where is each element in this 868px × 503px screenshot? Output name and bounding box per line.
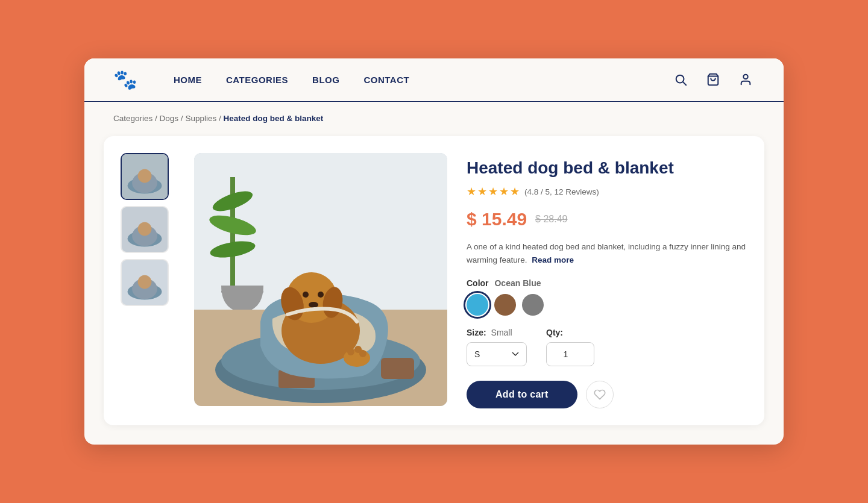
rating-text: (4.8 / 5, 12 Reviews)	[524, 187, 599, 196]
options-row: Size: Small S M L XL Qty:	[467, 328, 747, 366]
swatch-ocean-blue[interactable]	[467, 294, 488, 316]
heart-icon	[594, 389, 606, 401]
swatch-brown[interactable]	[494, 294, 516, 316]
cart-icon	[706, 73, 720, 86]
svg-point-35	[347, 348, 354, 355]
color-selected-name: Ocean Blue	[494, 278, 541, 288]
qty-label: Qty:	[546, 328, 594, 337]
thumb-img-1	[122, 154, 168, 199]
svg-point-3	[743, 75, 747, 79]
nav-blog[interactable]: BLOG	[312, 75, 339, 85]
price-original: $ 28.49	[535, 214, 567, 225]
wishlist-button[interactable]	[586, 381, 614, 408]
nav-icons	[671, 70, 755, 89]
add-to-cart-button[interactable]: Add to cart	[467, 381, 577, 408]
price-current: $ 15.49	[467, 209, 527, 230]
breadcrumb-dogs[interactable]: Dogs	[160, 114, 179, 123]
size-label: Size: Small	[467, 328, 527, 337]
color-label: Color Ocean Blue	[467, 278, 747, 288]
star-2: ★	[477, 185, 487, 198]
qty-input[interactable]	[546, 342, 594, 366]
nav-home[interactable]: HOME	[174, 75, 202, 85]
swatch-gray[interactable]	[522, 294, 544, 316]
thumb-img-2	[122, 207, 168, 252]
nav-links: HOME CATEGORIES BLOG CONTACT	[174, 75, 671, 85]
size-option-group: Size: Small S M L XL	[467, 328, 527, 366]
product-description: A one of a kind heated dog bed and blank…	[467, 240, 747, 266]
svg-point-37	[359, 350, 366, 357]
navbar: 🐾 HOME CATEGORIES BLOG CONTACT	[84, 58, 784, 102]
star-3: ★	[488, 185, 498, 198]
svg-point-31	[303, 292, 309, 298]
breadcrumb-bar: Categories / Dogs / Supplies / Heated do…	[84, 102, 784, 129]
star-rating: ★ ★ ★ ★ ★	[467, 185, 520, 198]
color-section: Color Ocean Blue	[467, 278, 747, 316]
svg-line-1	[683, 82, 686, 85]
nav-contact[interactable]: CONTACT	[363, 75, 409, 85]
price-row: $ 15.49 $ 28.49	[467, 209, 747, 230]
breadcrumb-supplies[interactable]: Supplies	[185, 114, 216, 123]
account-button[interactable]	[737, 70, 755, 89]
user-icon	[739, 73, 752, 86]
logo[interactable]: 🐾	[113, 68, 137, 91]
rating-row: ★ ★ ★ ★ ★ (4.8 / 5, 12 Reviews)	[467, 185, 747, 198]
cart-button[interactable]	[704, 70, 722, 89]
search-button[interactable]	[671, 70, 690, 89]
star-half: ★	[510, 185, 520, 198]
svg-rect-38	[381, 358, 414, 379]
size-select[interactable]: S M L XL	[467, 342, 527, 366]
thumbnail-1[interactable]	[121, 153, 169, 200]
paw-icon: 🐾	[113, 68, 137, 91]
product-info: Heated dog bed & blanket ★ ★ ★ ★ ★ (4.8 …	[467, 153, 747, 409]
product-card: Heated dog bed & blanket ★ ★ ★ ★ ★ (4.8 …	[104, 136, 764, 426]
product-image-svg	[194, 153, 447, 406]
action-row: Add to cart	[467, 381, 747, 408]
browser-window: 🐾 HOME CATEGORIES BLOG CONTACT	[84, 58, 784, 445]
svg-point-15	[138, 275, 152, 289]
svg-point-33	[309, 302, 318, 308]
main-product-image	[194, 153, 447, 406]
qty-option-group: Qty:	[546, 328, 594, 366]
nav-categories[interactable]: CATEGORIES	[226, 75, 288, 85]
svg-point-7	[138, 169, 152, 183]
product-title: Heated dog bed & blanket	[467, 158, 747, 178]
star-1: ★	[467, 185, 476, 198]
star-4: ★	[499, 185, 509, 198]
breadcrumb: Categories / Dogs / Supplies / Heated do…	[113, 114, 755, 123]
svg-point-11	[138, 222, 152, 236]
color-swatches	[467, 294, 747, 316]
breadcrumb-current: Heated dog bed & blanket	[223, 114, 323, 123]
thumbnail-3[interactable]	[121, 259, 169, 306]
product-section: Heated dog bed & blanket ★ ★ ★ ★ ★ (4.8 …	[84, 129, 784, 445]
search-icon	[674, 73, 687, 86]
thumbnail-2[interactable]	[121, 206, 169, 253]
read-more-link[interactable]: Read more	[532, 255, 574, 264]
breadcrumb-categories[interactable]: Categories	[113, 114, 153, 123]
svg-point-32	[318, 292, 324, 298]
thumb-img-3	[122, 260, 168, 305]
thumbnails	[121, 153, 175, 409]
